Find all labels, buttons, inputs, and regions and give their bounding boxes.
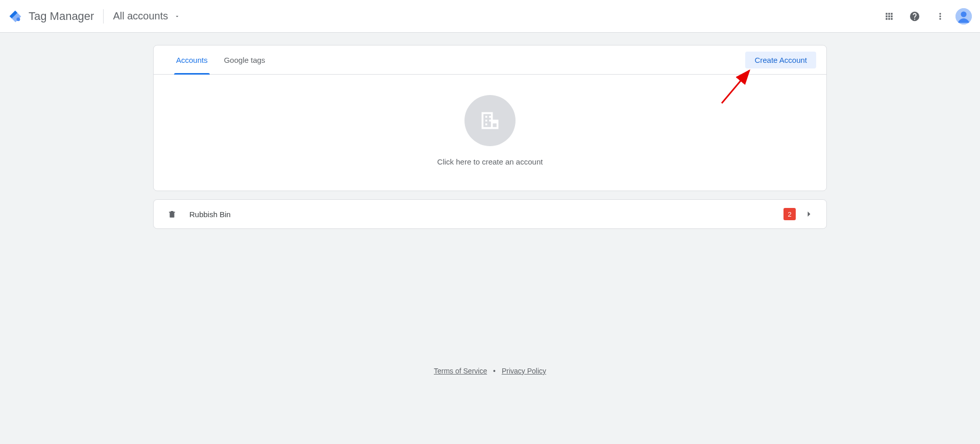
footer: Terms of Service • Privacy Policy xyxy=(153,367,827,375)
tab-google-tags[interactable]: Google tags xyxy=(222,45,267,74)
chevron-down-icon xyxy=(174,13,180,19)
rubbish-bin-card: Rubbish Bin 2 xyxy=(153,199,827,229)
breadcrumb-label: All accounts xyxy=(113,10,168,22)
tab-accounts-label: Accounts xyxy=(176,56,208,64)
header-divider xyxy=(103,9,104,24)
logo-wrap: Tag Manager xyxy=(8,9,94,24)
rubbish-bin-count-badge: 2 xyxy=(783,208,796,220)
tabs-row: Accounts Google tags Create Account xyxy=(154,45,826,75)
product-title: Tag Manager xyxy=(29,10,94,23)
privacy-policy-link[interactable]: Privacy Policy xyxy=(502,367,546,375)
footer-separator: • xyxy=(493,367,496,375)
more-vert-icon[interactable] xyxy=(930,6,950,27)
help-icon[interactable] xyxy=(904,6,925,27)
accounts-card: Accounts Google tags Create Account Clic… xyxy=(153,45,827,191)
header-actions xyxy=(879,6,972,27)
building-icon xyxy=(464,95,516,146)
empty-state: Click here to create an account xyxy=(154,75,826,191)
page-body: Accounts Google tags Create Account Clic… xyxy=(0,33,980,444)
account-avatar[interactable] xyxy=(955,8,972,25)
chevron-right-icon xyxy=(804,209,814,219)
apps-icon[interactable] xyxy=(879,6,899,27)
terms-of-service-link[interactable]: Terms of Service xyxy=(434,367,487,375)
empty-state-text[interactable]: Click here to create an account xyxy=(437,157,543,166)
tag-manager-logo-icon xyxy=(8,9,22,24)
rubbish-bin-row[interactable]: Rubbish Bin 2 xyxy=(154,200,826,228)
rubbish-bin-label: Rubbish Bin xyxy=(189,210,231,219)
tab-google-tags-label: Google tags xyxy=(224,56,265,64)
app-header: Tag Manager All accounts xyxy=(0,0,980,33)
trash-icon xyxy=(166,209,178,219)
svg-point-0 xyxy=(16,17,20,21)
tab-accounts[interactable]: Accounts xyxy=(174,45,210,74)
create-account-button[interactable]: Create Account xyxy=(745,52,816,68)
breadcrumb-switcher[interactable]: All accounts xyxy=(113,10,180,22)
svg-point-2 xyxy=(961,11,966,17)
